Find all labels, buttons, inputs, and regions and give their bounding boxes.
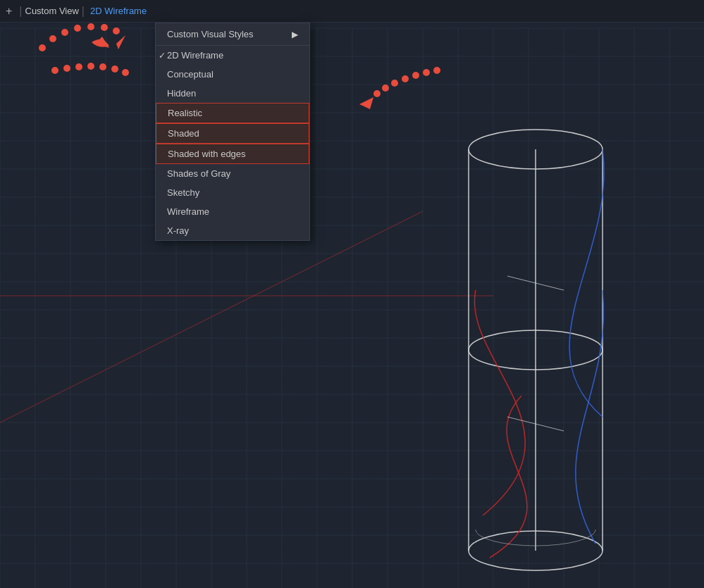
- separator-2: |: [82, 5, 85, 18]
- dropdown-item-shades-of-gray[interactable]: Shades of Gray: [156, 164, 309, 183]
- dropdown-item-sketchy[interactable]: Sketchy: [156, 183, 309, 202]
- add-viewport-button[interactable]: +: [6, 5, 12, 18]
- dropdown-item-realistic[interactable]: Realistic: [156, 103, 309, 123]
- dropdown-item-shaded-with-edges[interactable]: Shaded with edges: [156, 144, 309, 164]
- wireframe-label[interactable]: 2D Wireframe: [90, 6, 147, 16]
- dropdown-header-label: Custom Visual Styles: [167, 29, 254, 39]
- separator-1: |: [19, 5, 22, 18]
- dropdown-header-arrow-icon: ▶: [292, 30, 298, 39]
- visual-styles-dropdown: Custom Visual Styles ▶ 2D WireframeConce…: [155, 23, 310, 241]
- top-bar: + | Custom View | 2D Wireframe: [0, 0, 704, 23]
- dropdown-item-shaded[interactable]: Shaded: [156, 123, 309, 144]
- dropdown-item-x-ray[interactable]: X-ray: [156, 221, 309, 240]
- dropdown-item-hidden[interactable]: Hidden: [156, 84, 309, 103]
- dropdown-item-conceptual[interactable]: Conceptual: [156, 65, 309, 84]
- dropdown-item-wireframe[interactable]: Wireframe: [156, 202, 309, 221]
- dropdown-header[interactable]: Custom Visual Styles ▶: [156, 23, 309, 46]
- dropdown-items-list: 2D WireframeConceptualHiddenRealisticSha…: [156, 46, 309, 240]
- viewport: [0, 0, 704, 588]
- custom-view-label[interactable]: Custom View: [25, 6, 79, 16]
- dropdown-item-2d-wireframe[interactable]: 2D Wireframe: [156, 46, 309, 65]
